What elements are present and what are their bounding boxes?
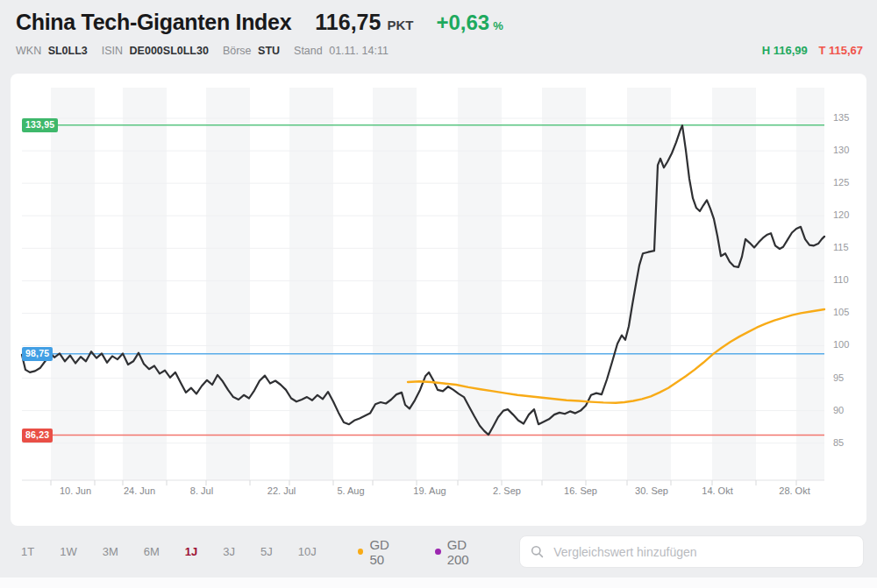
ma-legend: GD 50GD 200 — [358, 537, 519, 567]
y-axis-label: 85 — [833, 437, 844, 448]
quote-header: China Tech-Giganten Index 116,75 PKT +0,… — [0, 0, 877, 74]
compare-search-input[interactable] — [552, 544, 852, 560]
price-unit: PKT — [387, 18, 413, 32]
y-axis-label: 125 — [833, 177, 849, 188]
y-axis-label: 115 — [833, 242, 849, 252]
footer-base — [0, 577, 877, 588]
x-axis-label: 14. Okt — [702, 485, 732, 496]
ref-line-badge: 86,23 — [22, 429, 53, 443]
x-axis-label: 8. Jul — [190, 485, 213, 496]
title-row: China Tech-Giganten Index 116,75 PKT +0,… — [16, 10, 503, 35]
current-price: 116,75 — [315, 10, 381, 35]
y-axis-label: 120 — [833, 209, 849, 220]
legend-gd200[interactable]: GD 200 — [435, 537, 490, 567]
price-change: +0,63 — [436, 11, 489, 35]
day-high: H 116,99 — [762, 44, 808, 57]
x-axis-label: 16. Sep — [564, 485, 597, 496]
meta-stand: Stand 01.11. 14:11 — [294, 45, 389, 57]
period-button-5j[interactable]: 5J — [260, 545, 273, 558]
x-axis-label: 30. Sep — [635, 485, 668, 496]
meta-börse: Börse STU — [223, 45, 280, 57]
x-axis-label: 5. Aug — [337, 485, 364, 496]
y-axis-label: 110 — [833, 274, 849, 285]
y-axis-label: 90 — [833, 405, 844, 415]
y-axis-label: 135 — [833, 112, 849, 123]
period-button-3j[interactable]: 3J — [223, 545, 235, 558]
x-axis-label: 2. Sep — [493, 485, 521, 496]
legend-dot — [358, 549, 364, 555]
y-axis-label: 95 — [833, 372, 844, 383]
x-axis-label: 28. Okt — [779, 485, 809, 496]
x-axis-label: 19. Aug — [413, 485, 446, 496]
compare-search[interactable] — [519, 535, 864, 568]
legend-dot — [435, 549, 441, 555]
y-axis-label: 130 — [833, 145, 849, 155]
x-axis-label: 22. Jul — [267, 485, 296, 496]
chart-card[interactable]: 13513012512011511010510095908510. Jun24.… — [11, 74, 866, 526]
y-axis-label: 100 — [833, 339, 849, 350]
price-chart[interactable] — [11, 74, 866, 526]
day-low: T 115,67 — [818, 44, 863, 57]
period-buttons: 1T1W3M6M1J3J5J10J — [21, 545, 342, 558]
search-icon — [531, 545, 544, 558]
x-axis-label: 10. Jun — [60, 485, 91, 496]
chart-toolbar: 1T1W3M6M1J3J5J10J GD 50GD 200 — [0, 526, 877, 577]
y-axis-label: 105 — [833, 307, 849, 317]
quote-page: China Tech-Giganten Index 116,75 PKT +0,… — [0, 0, 877, 588]
ref-line-badge: 133,95 — [22, 118, 58, 132]
period-button-3m[interactable]: 3M — [103, 545, 118, 558]
period-button-1t[interactable]: 1T — [21, 545, 34, 558]
high-low: H 116,99 T 115,67 — [762, 44, 863, 57]
meta-wkn: WKN SL0LL3 — [16, 45, 88, 57]
ref-line-badge: 98,75 — [22, 347, 53, 361]
x-axis-label: 24. Jun — [124, 485, 155, 496]
instrument-meta: WKN SL0LL3ISIN DE000SL0LL30Börse STUStan… — [16, 45, 389, 57]
period-button-10j[interactable]: 10J — [298, 545, 317, 558]
instrument-title: China Tech-Giganten Index — [16, 10, 291, 35]
meta-row: WKN SL0LL3ISIN DE000SL0LL30Börse STUStan… — [16, 44, 863, 57]
price-change-unit: % — [493, 19, 503, 32]
period-button-1j[interactable]: 1J — [185, 545, 197, 558]
legend-gd50[interactable]: GD 50 — [358, 537, 406, 567]
meta-isin: ISIN DE000SL0LL30 — [102, 45, 209, 57]
period-button-6m[interactable]: 6M — [144, 545, 160, 558]
period-button-1w[interactable]: 1W — [60, 545, 77, 558]
